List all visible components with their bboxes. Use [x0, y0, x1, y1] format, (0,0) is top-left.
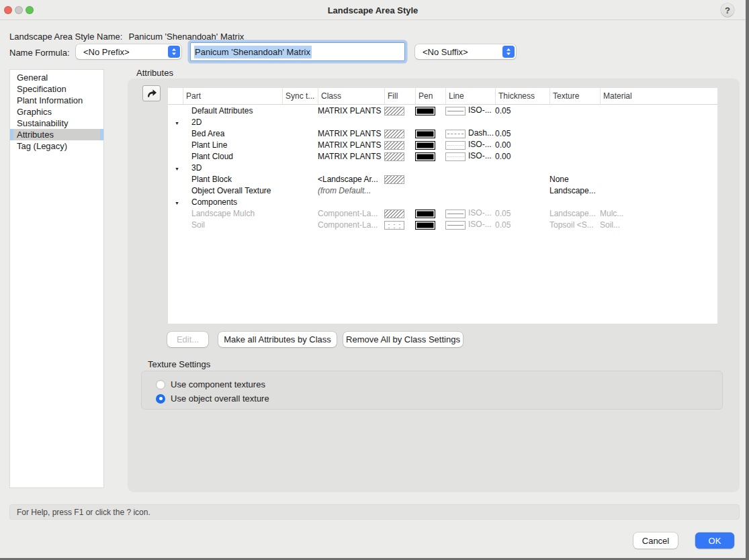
disclosure-triangle-icon[interactable]: ▼: [168, 121, 179, 126]
line-style-swatch[interactable]: [445, 107, 466, 115]
fill-cell: [384, 140, 415, 149]
sidebar-list: GeneralSpecificationPlant InformationGra…: [9, 69, 104, 488]
fill-cell: [384, 105, 415, 115]
style-name-value: Panicum 'Shenandoah' Matrix: [128, 32, 244, 42]
column-header[interactable]: Pen: [415, 88, 445, 104]
table-row[interactable]: SoilComponent-La...ISO-...0.05Topsoil <S…: [168, 219, 717, 230]
sidebar-item-graphics[interactable]: Graphics: [10, 106, 103, 118]
line-cell: ISO-...: [445, 151, 495, 160]
edit-button[interactable]: Edit...: [167, 332, 208, 347]
fill-swatch[interactable]: [384, 221, 404, 230]
attributes-panel: PartSync t...ClassFillPenLineThicknessTe…: [128, 79, 740, 492]
fill-swatch[interactable]: [384, 107, 404, 115]
texture-cell: None: [549, 175, 600, 184]
radio-option-use-component-textures[interactable]: Use component textures: [156, 379, 265, 389]
cancel-button[interactable]: Cancel: [633, 532, 678, 549]
style-name-input[interactable]: Panicum 'Shenandoah' Matrix: [190, 42, 405, 61]
part-cell: 3D: [183, 163, 282, 173]
window-title: Landscape Area Style: [0, 5, 746, 15]
fill-swatch[interactable]: [384, 130, 404, 138]
pen-cell: [415, 208, 445, 218]
sidebar-item-tag-legacy-[interactable]: Tag (Legacy): [10, 140, 103, 152]
column-header[interactable]: Material: [600, 88, 640, 104]
line-style-swatch[interactable]: [445, 141, 466, 150]
table-row[interactable]: ▼Components: [168, 196, 717, 207]
texture-settings-group: Use component texturesUse object overall…: [141, 371, 723, 410]
line-style-name: ISO-...: [468, 151, 492, 160]
sidebar-item-sustainability[interactable]: Sustainability: [10, 118, 103, 129]
line-style-swatch[interactable]: [445, 209, 466, 218]
table-row[interactable]: Plant Block<Landscape Ar...None: [168, 173, 717, 185]
column-header[interactable]: Line: [445, 88, 495, 104]
table-row[interactable]: ▼3D: [168, 162, 717, 173]
radio-selected-icon[interactable]: [156, 394, 165, 404]
title-bar: Landscape Area Style ?: [0, 0, 746, 20]
fill-cell: [384, 208, 415, 218]
line-style-name: ISO-...: [468, 208, 492, 218]
thickness-cell: 0.00: [495, 140, 549, 150]
line-style-swatch[interactable]: [445, 130, 466, 138]
line-style-swatch[interactable]: [445, 152, 466, 161]
line-cell: ISO-...: [445, 140, 495, 149]
pen-swatch[interactable]: [415, 141, 435, 150]
column-header[interactable]: Sync t...: [282, 88, 318, 104]
pen-swatch[interactable]: [415, 221, 435, 230]
class-cell: Component-La...: [318, 220, 384, 230]
class-cell: (from Default...: [318, 186, 384, 195]
class-cell: MATRIX PLANTS: [318, 140, 384, 150]
material-cell: Soil...: [600, 220, 640, 230]
sidebar-item-specification[interactable]: Specification: [10, 83, 103, 95]
fill-cell: [384, 151, 415, 160]
line-style-swatch[interactable]: [445, 221, 466, 230]
sidebar-item-plant-information[interactable]: Plant Information: [10, 95, 103, 106]
selected-text: Panicum 'Shenandoah' Matrix: [194, 46, 312, 58]
table-row[interactable]: Default AttributesMATRIX PLANTSISO-...0.…: [168, 105, 717, 116]
sync-attributes-button[interactable]: [142, 85, 161, 101]
disclosure-triangle-icon[interactable]: ▼: [168, 201, 179, 205]
radio-option-use-object-overall-texture[interactable]: Use object overall texture: [156, 393, 269, 404]
part-cell: Default Attributes: [183, 106, 282, 115]
table-row[interactable]: Landscape MulchComponent-La...ISO-...0.0…: [168, 207, 717, 219]
table-row[interactable]: Object Overall Texture(from Default...La…: [168, 185, 717, 196]
remove-all-by-class-settings-button[interactable]: Remove All by Class Settings: [343, 332, 463, 347]
table-row[interactable]: Plant CloudMATRIX PLANTSISO-...0.00: [168, 150, 717, 162]
part-cell: Plant Cloud: [183, 152, 282, 161]
pen-swatch[interactable]: [415, 107, 435, 115]
radio-option-label: Use object overall texture: [171, 393, 269, 404]
make-all-attributes-by-class-button[interactable]: Make all Attributes by Class: [218, 332, 337, 347]
attributes-section-label: Attributes: [136, 68, 173, 78]
suffix-dropdown[interactable]: <No Suffix>: [415, 44, 516, 59]
ok-button[interactable]: OK: [695, 532, 734, 549]
fill-swatch[interactable]: [384, 175, 404, 184]
table-row[interactable]: Plant LineMATRIX PLANTSISO-...0.00: [168, 139, 717, 150]
part-cell: Landscape Mulch: [183, 209, 282, 218]
help-icon[interactable]: ?: [721, 3, 734, 17]
pen-swatch[interactable]: [415, 130, 435, 138]
fill-swatch[interactable]: [384, 141, 404, 150]
part-cell: 2D: [183, 118, 282, 127]
pen-swatch[interactable]: [415, 209, 435, 218]
fill-swatch[interactable]: [384, 209, 404, 218]
column-header[interactable]: Thickness: [495, 88, 549, 104]
style-name-row: Landscape Area Style Name: Panicum 'Shen…: [9, 32, 244, 42]
column-header[interactable]: Part: [183, 88, 282, 104]
radio-unselected-icon[interactable]: [156, 380, 165, 389]
column-header[interactable]: Class: [318, 88, 384, 104]
table-row[interactable]: ▼2D: [168, 116, 717, 128]
thickness-cell: 0.05: [495, 106, 549, 115]
sidebar-item-attributes[interactable]: Attributes: [10, 129, 103, 140]
column-header[interactable]: Fill: [384, 88, 415, 104]
pen-swatch[interactable]: [415, 152, 435, 161]
sidebar-item-general[interactable]: General: [10, 72, 103, 83]
column-header[interactable]: Texture: [549, 88, 600, 104]
line-style-name: ISO-...: [468, 220, 492, 229]
status-bar: For Help, press F1 or click the ? icon.: [9, 504, 740, 520]
texture-cell: Landscape...: [549, 209, 600, 218]
name-formula-label: Name Formula:: [9, 48, 70, 58]
table-row[interactable]: Bed AreaMATRIX PLANTSDash...0.05: [168, 128, 717, 139]
disclosure-triangle-icon[interactable]: ▼: [168, 167, 179, 171]
prefix-dropdown[interactable]: <No Prefix>: [76, 44, 181, 59]
class-cell: MATRIX PLANTS: [318, 129, 384, 138]
pen-cell: [415, 220, 445, 229]
fill-swatch[interactable]: [384, 152, 404, 161]
